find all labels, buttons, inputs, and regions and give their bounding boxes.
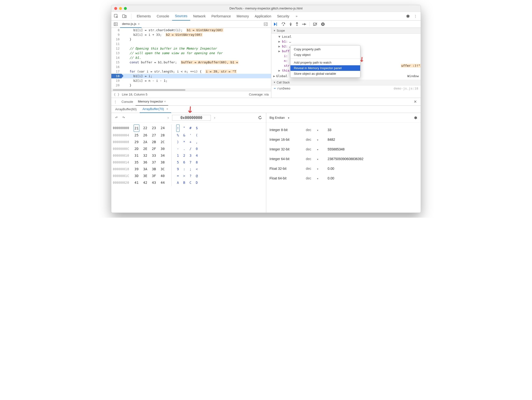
hex-byte[interactable]: 44 [160, 179, 166, 186]
code-line[interactable]: 9 b2[i] = i + 33; b2 = Uint8Array(60) [111, 32, 271, 37]
hex-byte[interactable]: 41 [134, 179, 139, 186]
ascii-byte[interactable]: @ [195, 172, 198, 179]
hex-row[interactable]: 0000000021222324!"#$ [113, 125, 265, 132]
hex-byte[interactable]: 2E [142, 145, 148, 152]
code-line[interactable]: 17 for (var i = str.length; i < n; ++i) … [111, 69, 271, 74]
code-editor[interactable]: 8 b1[i] = str.charCodeAt(i); b1 = Uint8A… [111, 28, 271, 89]
ascii-byte[interactable]: - [176, 145, 180, 152]
hex-byte[interactable]: 26 [142, 132, 148, 139]
deactivate-breakpoints-button[interactable] [313, 22, 318, 26]
hex-byte[interactable]: 23 [151, 125, 157, 132]
panel-tab-console[interactable]: Console [154, 12, 172, 21]
code-line[interactable]: 20 } [111, 83, 271, 88]
step-over-button[interactable] [281, 22, 286, 26]
context-menu-item[interactable]: Copy property path [290, 46, 360, 52]
step-out-button[interactable] [296, 22, 298, 26]
ascii-byte[interactable]: < [195, 166, 198, 172]
ascii-byte[interactable]: 8 [195, 159, 198, 166]
ascii-byte[interactable]: ) [176, 139, 180, 145]
hex-byte[interactable]: 22 [142, 125, 148, 132]
code-line[interactable]: 10 } [111, 37, 271, 42]
value-format-select[interactable]: dec ▾ [306, 167, 323, 170]
value-format-select[interactable]: dec ▾ [306, 176, 323, 180]
hex-byte[interactable]: 31 [134, 152, 139, 159]
hex-row[interactable]: 00000014353637385678 [113, 159, 265, 166]
pretty-print-icon[interactable]: { } [114, 93, 119, 96]
scope-var-b1[interactable]: ▶b1: … [271, 39, 421, 44]
ascii-byte[interactable]: 5 [176, 159, 180, 166]
ascii-byte[interactable]: = [176, 172, 180, 179]
hex-row[interactable]: 0000001C3D3E3F40=>?@ [113, 172, 265, 179]
ascii-byte[interactable]: 1 [176, 152, 180, 159]
ascii-byte[interactable]: ; [189, 166, 192, 172]
hex-byte[interactable]: 3E [142, 172, 148, 179]
hex-byte[interactable]: 3B [151, 166, 157, 172]
close-drawer-button[interactable]: ✕ [411, 99, 419, 104]
ascii-byte[interactable]: $ [195, 125, 198, 132]
hex-row[interactable]: 00000008292A2B2C)*+, [113, 139, 265, 145]
hex-byte[interactable]: 38 [160, 159, 166, 166]
value-settings-gear-icon[interactable] [413, 116, 417, 120]
ascii-byte[interactable]: B [182, 179, 186, 186]
close-arraybuffer-tab-icon[interactable]: × [166, 107, 168, 111]
ascii-byte[interactable]: > [182, 172, 186, 179]
close-drawer-tab-icon[interactable]: × [164, 100, 166, 103]
code-line[interactable]: 11 [111, 42, 271, 46]
callstack-header[interactable]: ▼ Call Stack [271, 80, 421, 85]
ascii-byte[interactable]: 2 [182, 152, 186, 159]
ascii-byte[interactable]: * [182, 139, 186, 145]
hex-row[interactable]: 0000000C2D2E2F30-./0 [113, 145, 265, 152]
hex-byte[interactable]: 2A [142, 139, 148, 145]
ascii-byte[interactable]: # [189, 125, 192, 132]
hex-row[interactable]: 00000010313233341234 [113, 152, 265, 159]
hex-byte[interactable]: 30 [160, 145, 166, 152]
settings-gear-icon[interactable] [404, 14, 411, 18]
ascii-byte[interactable]: A [176, 179, 180, 186]
more-tabs-button[interactable]: » [293, 14, 300, 18]
context-menu-item[interactable]: Reveal in Memory Inspector panel [290, 65, 360, 71]
ascii-byte[interactable]: 7 [189, 159, 192, 166]
panel-tab-network[interactable]: Network [190, 12, 208, 21]
ascii-byte[interactable]: , [195, 139, 198, 145]
code-line[interactable]: 12 // Opening this buffer in the Memory … [111, 46, 271, 51]
arraybuffer-tab[interactable]: ArrayBuffer(70)× [140, 106, 171, 113]
hex-byte[interactable]: 42 [142, 179, 148, 186]
scope-header[interactable]: ▼ Scope [271, 28, 421, 34]
ascii-byte[interactable]: 4 [195, 152, 198, 159]
hex-byte[interactable]: 37 [151, 159, 157, 166]
inspect-element-icon[interactable] [113, 13, 119, 19]
hex-byte[interactable]: 35 [134, 159, 139, 166]
pause-on-exceptions-button[interactable] [321, 22, 325, 26]
code-line[interactable]: 21 [111, 88, 271, 89]
ascii-byte[interactable]: ( [195, 132, 198, 139]
code-line[interactable]: 8 b1[i] = str.charCodeAt(i); b1 = Uint8A… [111, 28, 271, 32]
ascii-byte[interactable]: + [189, 139, 192, 145]
hex-byte[interactable]: 27 [151, 132, 157, 139]
panel-tab-elements[interactable]: Elements [134, 12, 154, 21]
file-tab-demo-js[interactable]: demo-js.js × [120, 21, 142, 28]
code-line[interactable]: 18 b1[i] = i; [111, 74, 271, 78]
panel-tab-performance[interactable]: Performance [208, 12, 234, 21]
ascii-byte[interactable]: 3 [189, 152, 192, 159]
prev-page-button[interactable]: ‹ [167, 115, 169, 120]
code-line[interactable]: 16 [111, 65, 271, 69]
snippets-run-icon[interactable] [263, 21, 269, 27]
hex-byte[interactable]: 43 [151, 179, 157, 186]
panel-tab-security[interactable]: Security [274, 12, 292, 21]
panel-tab-sources[interactable]: Sources [172, 12, 190, 21]
resume-button[interactable] [274, 22, 278, 26]
code-line[interactable]: 14 // b1. [111, 55, 271, 60]
hex-byte[interactable]: 2C [160, 139, 166, 145]
ascii-byte[interactable]: . [182, 145, 186, 152]
drawer-tab-memory-inspector[interactable]: Memory Inspector× [136, 98, 168, 106]
ascii-byte[interactable]: 6 [182, 159, 186, 166]
hex-byte[interactable]: 32 [142, 152, 148, 159]
endianness-select[interactable]: Big Endian ▾ [270, 116, 289, 119]
hex-byte[interactable]: 40 [160, 172, 166, 179]
value-format-select[interactable]: dec ▾ [306, 128, 323, 132]
hex-byte[interactable]: 2B [151, 139, 157, 145]
hex-byte[interactable]: 3D [134, 172, 139, 179]
panel-tab-memory[interactable]: Memory [234, 12, 252, 21]
hex-byte[interactable]: 25 [134, 132, 139, 139]
hex-byte[interactable]: 2F [151, 145, 157, 152]
